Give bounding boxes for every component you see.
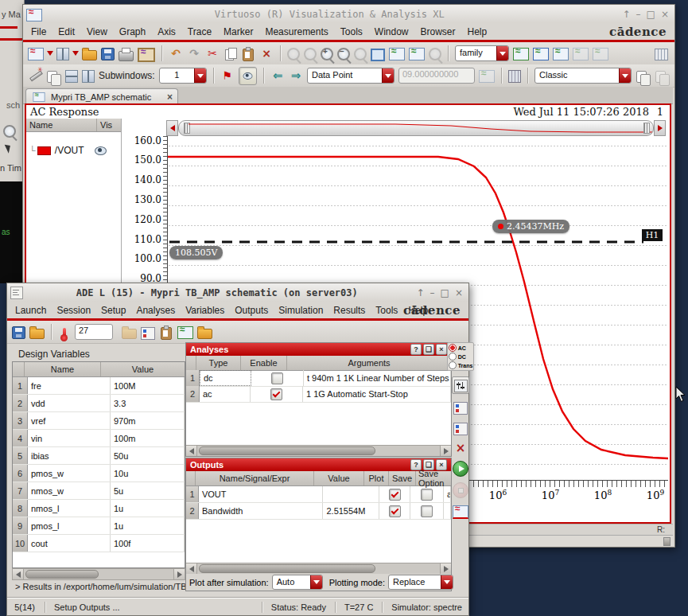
dv-row[interactable]: 1fre100M <box>13 377 185 395</box>
resize-grip[interactable] <box>663 537 671 546</box>
maximize-button[interactable]: □ <box>647 9 655 20</box>
dropdown-arrow-icon[interactable] <box>496 46 508 60</box>
add-trace-button[interactable] <box>573 48 589 60</box>
load-state-button[interactable] <box>29 329 45 339</box>
new-window-button[interactable] <box>28 48 44 60</box>
menu-graph[interactable]: Graph <box>119 26 146 37</box>
workspace-save-button[interactable] <box>636 71 647 83</box>
scroll-left-icon[interactable] <box>13 569 24 579</box>
dropdown-arrow-icon[interactable] <box>382 68 394 83</box>
stop-simulation-icon[interactable]: × <box>456 441 466 455</box>
vout-save-checkbox[interactable] <box>421 489 433 501</box>
menu-launch[interactable]: Launch <box>15 305 46 316</box>
dropdown-arrow-icon[interactable] <box>619 68 631 83</box>
outputs-column-save-option[interactable]: Save Option <box>416 471 451 485</box>
dv-row[interactable]: 3vref970m <box>13 412 185 430</box>
scroll-left-icon[interactable] <box>186 563 197 574</box>
subwindows-spinner[interactable]: 1 <box>159 68 207 84</box>
tab-mypri-tb-amp-schematic[interactable]: Mypri TB_AMP schematic × <box>25 88 178 104</box>
tab-close-icon[interactable]: × <box>167 92 173 103</box>
column-name[interactable]: Name <box>26 119 97 131</box>
split-vertical-button[interactable] <box>82 70 95 83</box>
netlist-display-icon[interactable] <box>453 423 468 435</box>
save-button[interactable] <box>101 48 115 60</box>
slider-left-arrow[interactable] <box>166 120 178 136</box>
h1-marker-label[interactable]: H1 <box>642 229 663 241</box>
analyses-horizontal-scrollbar[interactable] <box>186 445 451 456</box>
zoom-y-button[interactable] <box>409 48 425 60</box>
scroll-thumb[interactable] <box>199 564 375 573</box>
scroll-right-icon[interactable] <box>173 569 185 579</box>
plot-outputs-icon[interactable] <box>453 505 468 519</box>
slider-right-arrow[interactable] <box>654 120 666 136</box>
undo-button[interactable]: ↶ <box>169 46 183 61</box>
setup-gear-button[interactable] <box>122 329 137 339</box>
bandwidth-plot-checkbox[interactable] <box>389 505 401 517</box>
analyses-column-arguments[interactable]: Arguments <box>287 356 451 370</box>
temperature-field[interactable]: 27 <box>75 324 113 340</box>
dc-enable-checkbox[interactable] <box>271 372 283 384</box>
output-row-vout[interactable]: 1 VOUT allv <box>186 486 451 503</box>
dv-row[interactable]: 5ibias50u <box>13 447 185 465</box>
slider-channel[interactable] <box>178 120 654 136</box>
menu-help[interactable]: Help <box>468 26 488 37</box>
edit-button[interactable] <box>177 326 193 339</box>
dv-horizontal-scrollbar[interactable] <box>12 568 185 580</box>
run-simulation-icon[interactable] <box>453 461 468 477</box>
plotting-mode-combobox[interactable]: Replace <box>388 575 453 590</box>
dv-column-value[interactable]: Value <box>101 362 185 376</box>
bandwidth-save-checkbox[interactable] <box>421 505 433 517</box>
menu-marker[interactable]: Marker <box>224 26 253 37</box>
close-icon[interactable]: × <box>436 344 447 355</box>
scroll-thumb[interactable] <box>199 446 375 455</box>
ade-titlebar[interactable]: ADE L (15) - Mypri TB_AMP schematic (on … <box>7 283 468 302</box>
outputs-column-plot[interactable]: Plot <box>364 471 389 485</box>
radio-ac[interactable]: AC <box>449 344 473 352</box>
choose-analyses-button[interactable] <box>452 376 469 394</box>
analysis-row-ac[interactable]: 2 ac 1 1G Automatic Start-Stop <box>186 386 451 403</box>
flag-button[interactable]: ⚑ <box>220 68 235 84</box>
ac-enable-checkbox[interactable] <box>270 388 282 400</box>
overlay-chart-button[interactable] <box>533 48 549 60</box>
zoom-next-button[interactable] <box>304 48 317 60</box>
dv-row[interactable]: 6pmos_w10u <box>13 465 185 482</box>
menu-analyses[interactable]: Analyses <box>136 305 175 316</box>
wand-button[interactable] <box>28 68 42 83</box>
analyses-column-enable[interactable]: Enable <box>241 356 287 370</box>
netlist-icon[interactable] <box>453 402 468 415</box>
delete-button[interactable]: × <box>259 46 274 61</box>
outputs-column-value[interactable]: Value <box>314 471 364 485</box>
dropdown-arrow-icon[interactable] <box>310 575 322 589</box>
column-vis[interactable]: Vis <box>97 119 121 131</box>
zoom-undo-button[interactable] <box>429 48 441 60</box>
new-subwindow-dropdown-icon[interactable] <box>72 51 79 56</box>
back-button[interactable]: ⇐ <box>270 68 285 83</box>
outputs-panel-titlebar[interactable]: Outputs ? ❏ × <box>186 458 451 471</box>
output-row-bandwidth[interactable]: 2 Bandwidth 2.51554M <box>186 503 451 520</box>
analysis-row-dc[interactable]: 1 dc t 940m 1 1K Linear Number of Steps … <box>186 370 451 387</box>
calculator-button[interactable] <box>508 70 521 83</box>
float-icon[interactable]: ❏ <box>423 344 434 355</box>
stack-chart-button[interactable] <box>553 48 569 60</box>
menu-axis[interactable]: Axis <box>157 26 176 37</box>
copy-button[interactable] <box>225 49 234 60</box>
analyses-panel-titlebar[interactable]: Analyses ? ❏ × <box>186 343 451 356</box>
family-combobox[interactable]: family <box>455 45 509 61</box>
label-button[interactable] <box>239 67 258 85</box>
paste-button[interactable] <box>243 49 254 61</box>
ade-close-button[interactable]: × <box>455 287 463 298</box>
package-button[interactable] <box>161 327 172 340</box>
scroll-right-icon[interactable] <box>440 446 451 456</box>
replace-trace-button[interactable] <box>593 48 608 60</box>
menu-file[interactable]: File <box>31 26 46 37</box>
ade-shade-button[interactable]: ↑ <box>417 287 425 298</box>
dv-row[interactable]: 8nmos_l1u <box>13 500 185 517</box>
ade-maximize-button[interactable]: □ <box>441 287 449 298</box>
radio-trans[interactable]: Trans <box>449 361 473 369</box>
pan-slider[interactable] <box>166 120 666 136</box>
vout-plot-checkbox[interactable] <box>389 489 401 501</box>
menu-edit[interactable]: Edit <box>58 26 75 37</box>
menu-setup[interactable]: Setup <box>101 305 126 316</box>
outputs-column-save[interactable]: Save <box>389 471 416 485</box>
scroll-thumb[interactable] <box>25 570 99 579</box>
